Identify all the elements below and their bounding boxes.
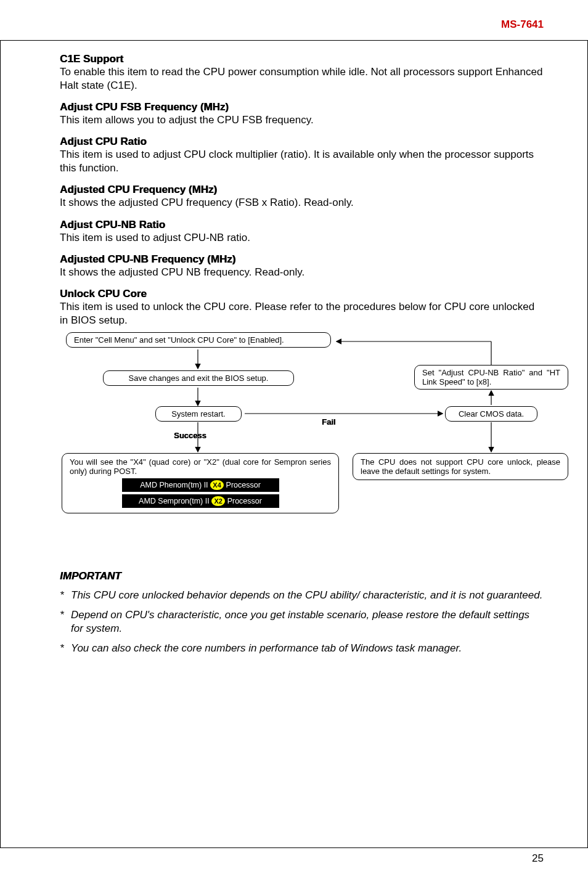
text-nb-ratio: This item is used to adjust CPU-NB ratio… <box>60 231 543 245</box>
flow-outcome-success: You will see the "X4" (quad core) or "X2… <box>62 453 339 513</box>
post-line-sempron: AMD Sempron(tm) II X2 Processor <box>122 494 279 508</box>
page-number: 25 <box>532 852 544 865</box>
important-text-3: You can also check the core numbers in p… <box>71 642 543 655</box>
label-fail: Fail <box>322 417 335 427</box>
text-fsb: This item allows you to adjust the CPU F… <box>60 113 543 127</box>
important-text-1: This CPU core unlocked behavior depends … <box>71 589 543 602</box>
text-adj-freq: It shows the adjusted CPU frequency (FSB… <box>60 196 543 210</box>
flow-step-4: Set "Adjust CPU-NB Ratio" and "HT Link S… <box>414 365 568 390</box>
flow-outcome-fail: The CPU does not support CPU core unlock… <box>353 453 568 480</box>
asterisk-icon: * <box>60 589 71 602</box>
heading-unlock: Unlock CPU Core <box>60 288 543 300</box>
flowchart: Enter "Cell Menu" and set "Unlock CPU Co… <box>60 331 543 559</box>
important-item-3: * You can also check the core numbers in… <box>60 642 543 655</box>
heading-adj-freq: Adjusted CPU Frequency (MHz) <box>60 184 543 196</box>
flow-step-1: Enter "Cell Menu" and set "Unlock CPU Co… <box>66 332 331 348</box>
text-unlock: This item is used to unlock the CPU core… <box>60 300 543 327</box>
flow-outcome-success-text: You will see the "X4" (quad core) or "X2… <box>70 457 331 476</box>
text-c1e: To enable this item to read the CPU powe… <box>60 65 543 92</box>
label-success: Success <box>174 431 206 440</box>
text-ratio: This item is used to adjust CPU clock mu… <box>60 148 543 175</box>
heading-fsb: Adjust CPU FSB Frequency (MHz) <box>60 101 543 113</box>
important-text-2: Depend on CPU's characteristic, once you… <box>71 608 543 635</box>
page-frame: C1E Support To enable this item to read … <box>0 40 588 848</box>
heading-nb-ratio: Adjust CPU-NB Ratio <box>60 219 543 231</box>
heading-c1e: C1E Support <box>60 53 543 65</box>
important-item-2: * Depend on CPU's characteristic, once y… <box>60 608 543 635</box>
important-item-1: * This CPU core unlocked behavior depend… <box>60 589 543 602</box>
bar1-pre: AMD Phenom(tm) II <box>140 481 208 489</box>
bar2-pre: AMD Sempron(tm) II <box>139 497 210 505</box>
important-heading: IMPORTANT <box>60 570 543 582</box>
flow-step-3: System restart. <box>155 406 242 422</box>
asterisk-icon: * <box>60 642 71 655</box>
post-line-phenom: AMD Phenom(tm) II X4 Processor <box>122 478 279 492</box>
asterisk-icon: * <box>60 608 71 635</box>
flow-step-5: Clear CMOS data. <box>445 406 537 422</box>
heading-nb-freq: Adjusted CPU-NB Frequency (MHz) <box>60 253 543 266</box>
bar1-badge: X4 <box>210 480 224 490</box>
bar2-post: Processor <box>227 497 262 505</box>
bar2-badge: X2 <box>211 496 225 506</box>
text-nb-freq: It shows the adjusted CPU NB frequency. … <box>60 266 543 279</box>
header-model: MS-7641 <box>501 18 544 31</box>
flow-step-2: Save changes and exit the BIOS setup. <box>103 370 294 386</box>
bar1-post: Processor <box>226 481 261 489</box>
heading-ratio: Adjust CPU Ratio <box>60 136 543 148</box>
